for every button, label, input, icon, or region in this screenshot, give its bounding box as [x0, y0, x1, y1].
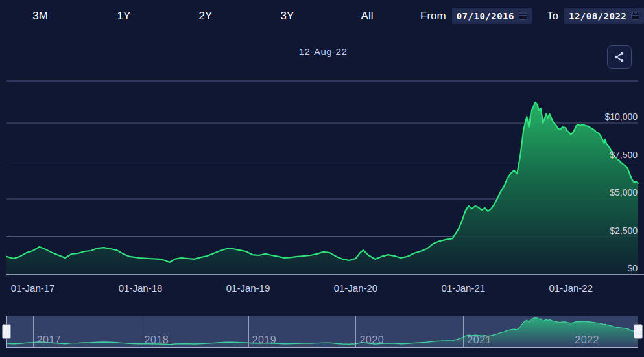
price-chart-app: 3M 1Y 2Y 3Y All From 07/10/2016 To 12/08…: [0, 0, 644, 357]
price-line: [6, 102, 638, 262]
navigator-right-handle[interactable]: [634, 324, 643, 339]
y-tick-label: $7,500: [610, 150, 638, 160]
range-button-3y[interactable]: 3Y: [277, 8, 298, 24]
to-date-value: 12/08/2022: [569, 11, 626, 21]
calendar-icon[interactable]: [519, 12, 527, 20]
navigator-year-divider: [141, 316, 141, 347]
navigator-year-divider: [463, 316, 464, 347]
to-date-input[interactable]: 12/08/2022: [564, 8, 644, 24]
x-tick-label: 01-Jan-19: [226, 282, 270, 294]
range-button-3m[interactable]: 3M: [29, 8, 52, 24]
navigator-year-label: 2020: [359, 334, 384, 346]
navigator-year-label: 2022: [575, 334, 599, 346]
calendar-icon[interactable]: [631, 12, 639, 20]
navigator-mini-chart: [7, 316, 638, 347]
x-tick-label: 01-Jan-18: [119, 282, 163, 294]
navigator-year-label: 2018: [145, 334, 169, 346]
navigator-year-divider: [355, 316, 356, 347]
x-tick-label: 01-Jan-22: [549, 282, 593, 294]
range-button-2y[interactable]: 2Y: [195, 8, 217, 24]
y-tick-label: $2,500: [610, 225, 638, 236]
grip-lines-icon: [636, 328, 641, 335]
navigator-year-divider: [571, 316, 571, 347]
y-tick-label: $0: [627, 263, 638, 273]
navigator-year-label: 2021: [467, 334, 492, 346]
y-tick-label: $5,000: [610, 187, 638, 198]
from-date-group: From 07/10/2016: [420, 8, 532, 24]
range-navigator[interactable]: 201720182019202020212022: [6, 316, 638, 348]
x-tick-label: 01-Jan-17: [11, 282, 55, 294]
range-button-all[interactable]: All: [357, 8, 377, 24]
hover-date-label: 12-Aug-22: [299, 46, 348, 57]
x-tick-label: 01-Jan-20: [334, 282, 378, 294]
navigator-left-handle[interactable]: [2, 324, 11, 339]
navigator-year-divider: [248, 316, 249, 347]
price-area-fill: [6, 102, 638, 275]
share-button[interactable]: [607, 45, 632, 69]
navigator-year-divider: [33, 316, 34, 347]
range-button-1y[interactable]: 1Y: [113, 8, 135, 24]
from-date-input[interactable]: 07/10/2016: [452, 8, 532, 24]
to-label: To: [547, 10, 558, 23]
from-label: From: [420, 10, 446, 23]
navigator-year-label: 2017: [37, 334, 62, 346]
to-date-group: To 12/08/2022: [547, 8, 644, 24]
share-icon: [613, 51, 626, 63]
navigator-year-label: 2019: [252, 334, 277, 346]
from-date-value: 07/10/2016: [457, 11, 514, 21]
y-tick-label: $10,000: [604, 111, 638, 122]
grip-lines-icon: [5, 328, 9, 335]
x-tick-label: 01-Jan-21: [442, 282, 486, 294]
